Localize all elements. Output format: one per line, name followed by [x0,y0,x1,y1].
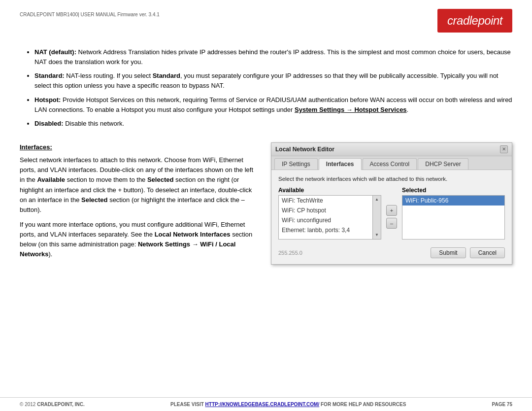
footer-right: PAGE 75 [492,402,512,407]
dialog-body: Select the network interfaces which will… [271,170,512,244]
manual-title: CRADLEPOINT MBR1400| USER MANUAL Firmwar… [20,9,160,17]
footer-center: PLEASE VISIT HTTP://KNOWLEDGEBASE.CRADLE… [170,402,406,407]
selected-panel-section: Selected WiFi: Public-956 [402,187,505,240]
main-content: NAT (default): Network Address Translati… [0,37,532,274]
bullet-nat: NAT (default): Network Address Translati… [34,47,512,67]
two-col-section: Interfaces: Select network interfaces to… [20,142,512,265]
dialog-tabs: IP Settings Interfaces Access Control DH… [271,156,512,170]
submit-button[interactable]: Submit [431,247,466,258]
dialog-close-button[interactable]: ✕ [500,145,508,153]
interfaces-heading: Interfaces: [20,142,259,152]
page-header: CRADLEPOINT MBR1400| USER MANUAL Firmwar… [0,0,532,37]
bullet-section: NAT (default): Network Address Translati… [20,47,512,133]
dialog-titlebar: Local Network Editor ✕ [271,143,512,156]
available-label: Available [278,187,381,194]
cancel-button[interactable]: Cancel [470,247,505,258]
dialog-footer: 255.255.0 Submit Cancel [271,244,512,263]
remove-interface-button[interactable]: – [386,218,397,229]
tab-access-control[interactable]: Access Control [363,158,417,170]
bullet-list: NAT (default): Network Address Translati… [20,47,512,129]
list-item[interactable]: WiFi: Public-956 [402,196,504,206]
footer-link[interactable]: HTTP://KNOWLEDGEBASE.CRADLEPOINT.COM/ [205,402,320,407]
bullet-hotspot: Hotspot: Provide Hotspot Services on thi… [34,95,512,115]
list-item[interactable]: WiFi: unconfigured [279,215,372,225]
list-item[interactable]: WiFi: TechWrite [279,196,372,206]
selected-label: Selected [402,187,505,194]
logo-text: cradlepoint [447,14,502,27]
add-remove-buttons: + – [386,205,397,229]
available-panel-section: Available WiFi: TechWrite WiFi: CP hotsp… [278,187,381,240]
interfaces-para2: If you want more interface options, you … [20,220,259,260]
list-item[interactable]: Ethernet: lanbb, ports: 3,4 [279,225,372,235]
scroll-up-icon[interactable]: ▲ [374,197,380,203]
add-interface-button[interactable]: + [386,205,397,216]
left-column: Interfaces: Select network interfaces to… [20,142,259,265]
selected-list: WiFi: Public-956 [402,195,505,240]
tab-ip-settings[interactable]: IP Settings [274,158,318,170]
available-wrapper: WiFi: TechWrite WiFi: CP hotspot WiFi: u… [278,195,381,240]
dialog-instruction: Select the network interfaces which will… [278,176,505,182]
bullet-disabled: Disabled: Disable this network. [34,119,512,129]
logo: cradlepoint [437,9,512,33]
available-list: WiFi: TechWrite WiFi: CP hotspot WiFi: u… [278,195,373,240]
dialog-footer-field: 255.255.0 [278,250,427,256]
footer-left: © 2012 CRADLEPOINT, INC. [20,402,85,407]
scroll-down-icon[interactable]: ▼ [374,232,380,238]
page-footer: © 2012 CRADLEPOINT, INC. PLEASE VISIT HT… [0,397,532,411]
panels-row: Available WiFi: TechWrite WiFi: CP hotsp… [278,187,505,240]
dialog-title: Local Network Editor [275,146,334,153]
scroll-arrows: ▲ ▼ [373,195,381,240]
bullet-standard: Standard: NAT-less routing. If you selec… [34,71,512,91]
hotspot-link[interactable]: System Settings → Hotspot Services [295,106,407,113]
tab-interfaces[interactable]: Interfaces [319,158,362,170]
interfaces-para1: Select network interfaces to attach to t… [20,155,259,215]
local-network-editor-dialog: Local Network Editor ✕ IP Settings Inter… [271,142,512,265]
list-item[interactable]: WiFi: CP hotspot [279,206,372,215]
tab-dhcp-server[interactable]: DHCP Server [418,158,468,170]
